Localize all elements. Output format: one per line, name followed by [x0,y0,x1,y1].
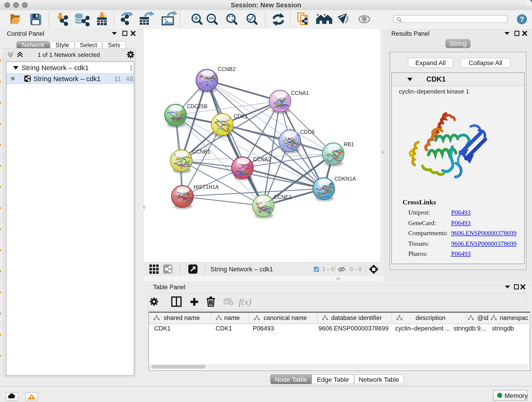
svg-text:CDC25B: CDC25B [187,103,208,109]
svg-text:1 – 0: 1 – 0 [322,266,334,272]
svg-text:String Network – cdk1: String Network – cdk1 [210,266,273,273]
svg-text:CDK1: CDK1 [234,114,248,119]
svg-text:CDKN1A: CDKN1A [335,176,356,182]
svg-text:CCNB2: CCNB2 [218,66,235,72]
svg-text:HIST1H1A: HIST1H1A [194,184,219,190]
svg-text:CCNA2: CCNA2 [253,157,271,162]
svg-text:RB1: RB1 [344,141,354,147]
svg-text:CCNB1: CCNB1 [192,149,210,155]
svg-text:CCNA1: CCNA1 [291,90,309,96]
svg-text:CDC6: CDC6 [300,129,315,135]
svg-text:?: ? [520,15,524,23]
svg-text:f(x): f(x) [239,296,252,307]
svg-text:0 – 0: 0 – 0 [350,266,361,272]
svg-text:CCNE1: CCNE1 [274,194,292,200]
